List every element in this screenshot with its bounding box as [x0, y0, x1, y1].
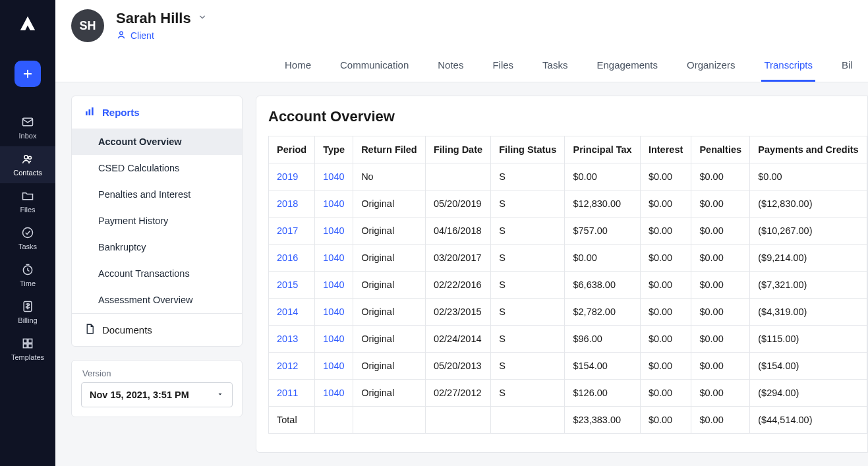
- tab-organizers[interactable]: Organizers: [684, 53, 738, 82]
- filing-date-cell: 05/20/2013: [425, 353, 490, 380]
- column-header[interactable]: Interest: [640, 136, 691, 163]
- add-button[interactable]: [14, 61, 41, 87]
- filing-date-cell: 02/23/2015: [425, 299, 490, 326]
- tab-notes[interactable]: Notes: [435, 53, 466, 82]
- reports-header[interactable]: Reports: [72, 96, 242, 129]
- period-cell[interactable]: 2012: [269, 353, 315, 380]
- filing-status-cell: S: [491, 380, 565, 407]
- column-header[interactable]: Penalties: [691, 136, 750, 163]
- nav-item-tasks[interactable]: Tasks: [0, 220, 55, 257]
- filing-status-cell: S: [491, 353, 565, 380]
- type-cell[interactable]: 1040: [315, 353, 353, 380]
- tab-files[interactable]: Files: [490, 53, 516, 82]
- filing-status-cell: S: [491, 245, 565, 272]
- svg-rect-9: [28, 344, 32, 348]
- column-header[interactable]: Return Filed: [353, 136, 426, 163]
- period-cell[interactable]: 2014: [269, 299, 315, 326]
- nav-item-files[interactable]: Files: [0, 183, 55, 220]
- payments-cell: ($4,319.00): [750, 299, 867, 326]
- interest-cell: $0.00: [640, 299, 691, 326]
- avatar: SH: [71, 9, 104, 42]
- primary-nav-rail: InboxContactsFilesTasksTimeBillingTempla…: [0, 0, 55, 466]
- tab-transcripts[interactable]: Transcripts: [761, 53, 815, 82]
- nav-item-time[interactable]: Time: [0, 257, 55, 294]
- penalties-cell: $0.00: [691, 190, 750, 218]
- period-cell[interactable]: 2018: [269, 190, 315, 218]
- table-row: 20111040Original02/27/2012S$126.00$0.00$…: [269, 380, 867, 407]
- documents-label: Documents: [102, 324, 152, 335]
- report-item-payment-history[interactable]: Payment History: [72, 208, 242, 234]
- principal-tax-cell: $96.00: [565, 326, 640, 353]
- table-row: 20141040Original02/23/2015S$2,782.00$0.0…: [269, 299, 867, 326]
- filing-date-cell: 04/16/2018: [425, 218, 490, 245]
- account-overview-panel: Account Overview PeriodTypeReturn FiledF…: [256, 96, 868, 453]
- svg-rect-13: [92, 107, 94, 115]
- report-item-assessment-overview[interactable]: Assessment Overview: [72, 287, 242, 313]
- type-cell[interactable]: 1040: [315, 190, 353, 218]
- files-icon: [20, 189, 35, 203]
- period-cell[interactable]: 2016: [269, 245, 315, 272]
- interest-cell: $0.00: [640, 190, 691, 218]
- report-item-penalties-and-interest[interactable]: Penalties and Interest: [72, 181, 242, 208]
- report-item-bankruptcy[interactable]: Bankruptcy: [72, 234, 242, 260]
- column-header[interactable]: Filing Status: [491, 136, 565, 163]
- column-header[interactable]: Type: [315, 136, 353, 163]
- column-header[interactable]: Payments and Credits: [750, 136, 867, 163]
- report-item-csed-calculations[interactable]: CSED Calculations: [72, 155, 242, 181]
- filing-status-cell: S: [491, 326, 565, 353]
- billing-icon: [20, 299, 35, 314]
- filing-status-cell: S: [491, 218, 565, 245]
- period-cell[interactable]: 2017: [269, 218, 315, 245]
- documents-item[interactable]: Documents: [72, 313, 242, 346]
- tab-billing[interactable]: Billing: [839, 53, 852, 82]
- principal-tax-cell: $126.00: [565, 380, 640, 407]
- period-cell[interactable]: 2019: [269, 163, 315, 190]
- type-cell[interactable]: 1040: [315, 245, 353, 272]
- column-header[interactable]: Period: [269, 136, 315, 163]
- table-row: 20151040Original02/22/2016S$6,638.00$0.0…: [269, 272, 867, 299]
- tab-communication[interactable]: Communication: [337, 53, 411, 82]
- account-overview-table: PeriodTypeReturn FiledFiling DateFiling …: [268, 136, 867, 434]
- nav-label: Billing: [18, 316, 37, 324]
- interest-cell: $0.00: [640, 272, 691, 299]
- nav-label: Files: [20, 206, 35, 214]
- filing-date-cell: 02/24/2014: [425, 326, 490, 353]
- svg-point-10: [120, 32, 123, 35]
- penalties-cell: $0.00: [691, 218, 750, 245]
- nav-item-templates[interactable]: Templates: [0, 331, 55, 368]
- payments-cell: ($10,267.00): [750, 218, 867, 245]
- tab-engagements[interactable]: Engagements: [594, 53, 660, 82]
- type-cell[interactable]: 1040: [315, 326, 353, 353]
- nav-item-billing[interactable]: Billing: [0, 294, 55, 331]
- filing-status-cell: S: [491, 272, 565, 299]
- type-cell[interactable]: 1040: [315, 163, 353, 190]
- type-cell[interactable]: 1040: [315, 380, 353, 407]
- tab-home[interactable]: Home: [282, 53, 314, 82]
- tab-tasks[interactable]: Tasks: [540, 53, 570, 82]
- type-cell[interactable]: 1040: [315, 272, 353, 299]
- chevron-down-icon[interactable]: [198, 13, 207, 24]
- table-row: 20171040Original04/16/2018S$757.00$0.00$…: [269, 218, 867, 245]
- principal-tax-cell: $0.00: [565, 163, 640, 190]
- type-cell[interactable]: 1040: [315, 299, 353, 326]
- return-filed-cell: Original: [353, 190, 426, 218]
- version-label: Version: [72, 361, 242, 382]
- nav-item-inbox[interactable]: Inbox: [0, 109, 55, 146]
- report-item-account-overview[interactable]: Account Overview: [72, 129, 242, 155]
- column-header[interactable]: Principal Tax: [565, 136, 640, 163]
- period-cell[interactable]: 2011: [269, 380, 315, 407]
- reports-panel: Reports Account OverviewCSED Calculation…: [71, 96, 243, 347]
- period-cell[interactable]: 2013: [269, 326, 315, 353]
- column-header[interactable]: Filing Date: [425, 136, 490, 163]
- nav-item-contacts[interactable]: Contacts: [0, 146, 55, 183]
- period-cell[interactable]: 2015: [269, 272, 315, 299]
- nav-label: Contacts: [13, 169, 42, 177]
- filing-date-cell: [425, 163, 490, 190]
- payments-cell: ($154.00): [750, 353, 867, 380]
- penalties-cell: $0.00: [691, 353, 750, 380]
- report-item-account-transactions[interactable]: Account Transactions: [72, 260, 242, 287]
- type-cell[interactable]: 1040: [315, 218, 353, 245]
- table-total-row: Total$23,383.00$0.00$0.00($44,514.00): [269, 407, 867, 434]
- version-select[interactable]: Nov 15, 2021, 3:51 PM: [81, 382, 233, 407]
- person-icon: [116, 30, 127, 42]
